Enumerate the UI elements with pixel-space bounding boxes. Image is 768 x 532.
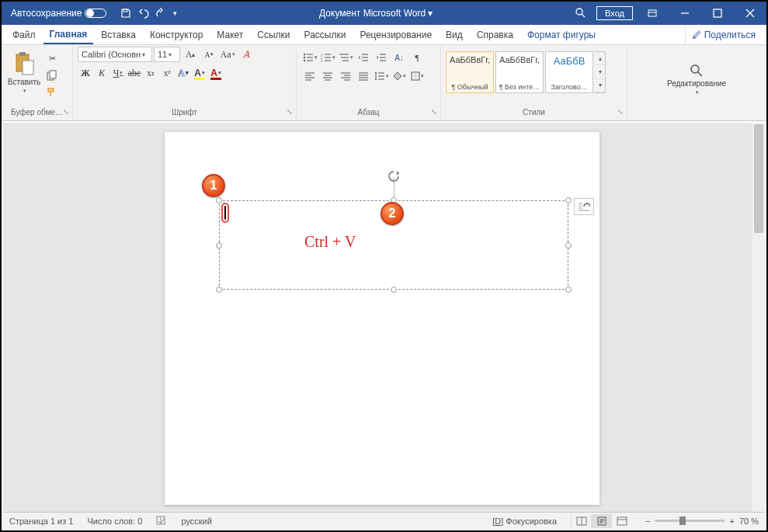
undo-icon[interactable] bbox=[137, 8, 150, 19]
zoom-slider[interactable] bbox=[655, 520, 725, 522]
text-effects-icon[interactable]: A▾ bbox=[175, 65, 191, 81]
zoom-value[interactable]: 70 % bbox=[739, 516, 759, 526]
rotation-handle-icon[interactable] bbox=[387, 170, 400, 183]
vertical-scrollbar[interactable] bbox=[752, 123, 765, 512]
web-layout-icon[interactable] bbox=[611, 514, 631, 528]
tab-references[interactable]: Ссылки bbox=[251, 26, 296, 43]
zoom-slider-thumb[interactable] bbox=[679, 516, 686, 525]
tab-layout[interactable]: Макет bbox=[210, 26, 249, 43]
resize-handle[interactable] bbox=[565, 287, 572, 293]
resize-handle[interactable] bbox=[216, 197, 222, 203]
language-indicator[interactable]: русский bbox=[181, 516, 211, 526]
close-icon[interactable] bbox=[734, 2, 766, 25]
style-no-spacing[interactable]: АаБбВвГг, ¶ Без инте… bbox=[495, 51, 544, 93]
resize-handle[interactable] bbox=[216, 242, 222, 249]
font-size-combo[interactable]: 11▾ bbox=[154, 47, 180, 62]
focus-mode[interactable]: [D] Фокусировка bbox=[492, 516, 557, 526]
autosave-toggle[interactable] bbox=[85, 9, 106, 18]
layout-options-icon[interactable] bbox=[574, 198, 594, 215]
annotation-marker-2: 2 bbox=[381, 202, 404, 225]
save-icon[interactable] bbox=[120, 8, 131, 19]
ribbon-display-icon[interactable] bbox=[636, 2, 669, 25]
styles-launcher-icon[interactable]: ⤡ bbox=[617, 108, 624, 116]
zoom-control: − + 70 % bbox=[645, 516, 759, 526]
tab-review[interactable]: Рецензирование bbox=[353, 26, 438, 43]
tab-help[interactable]: Справка bbox=[471, 26, 520, 43]
zoom-in-button[interactable]: + bbox=[729, 516, 734, 526]
svg-point-16 bbox=[691, 65, 699, 73]
copy-icon[interactable] bbox=[45, 68, 59, 82]
subscript-button[interactable]: x₂ bbox=[143, 65, 158, 81]
login-button[interactable]: Вход bbox=[596, 6, 633, 20]
style-normal-preview: АаБбВвГг, bbox=[450, 55, 490, 64]
change-case-icon[interactable]: Aa▾ bbox=[219, 47, 236, 62]
maximize-icon[interactable] bbox=[701, 2, 734, 25]
shading-icon[interactable]: ▾ bbox=[391, 68, 408, 84]
clear-format-icon[interactable]: A̷ bbox=[238, 47, 255, 62]
scrollbar-thumb[interactable] bbox=[754, 124, 763, 233]
zoom-out-button[interactable]: − bbox=[645, 516, 650, 526]
superscript-button[interactable]: x² bbox=[159, 65, 175, 81]
resize-handle[interactable] bbox=[391, 287, 397, 293]
spellcheck-icon[interactable] bbox=[156, 515, 167, 527]
clipboard-launcher-icon[interactable]: ⤡ bbox=[63, 108, 69, 116]
style-normal[interactable]: АаБбВвГг, ¶ Обычный bbox=[446, 51, 494, 93]
document-workspace[interactable]: Ctrl + V 1 2 bbox=[3, 123, 765, 512]
document-title[interactable]: Документ Microsoft Word ▾ bbox=[177, 8, 575, 19]
tab-mailings[interactable]: Рассылки bbox=[298, 26, 353, 43]
paste-button[interactable]: Вставить ▾ bbox=[6, 47, 42, 94]
numbering-icon[interactable]: 123▾ bbox=[319, 50, 336, 65]
cut-icon[interactable]: ✂ bbox=[45, 51, 59, 65]
resize-handle[interactable] bbox=[565, 197, 572, 203]
resize-handle[interactable] bbox=[565, 242, 572, 249]
highlight-icon[interactable]: A▾ bbox=[192, 65, 207, 81]
bullets-icon[interactable]: ▾ bbox=[301, 50, 318, 65]
align-left-icon[interactable] bbox=[301, 68, 318, 84]
strikethrough-button[interactable]: abc bbox=[127, 65, 142, 81]
read-mode-icon[interactable] bbox=[571, 514, 591, 528]
editing-button[interactable]: Редактирование ▾ bbox=[667, 59, 726, 96]
minimize-icon[interactable] bbox=[669, 2, 701, 25]
font-color-icon[interactable]: A▾ bbox=[208, 65, 224, 81]
status-bar: Страница 1 из 1 Число слов: 0 русский [D… bbox=[3, 512, 765, 529]
style-nospacing-preview: АаБбВвГг, bbox=[499, 55, 540, 64]
underline-button[interactable]: Ч▾ bbox=[110, 65, 126, 81]
shrink-font-icon[interactable]: A▾ bbox=[200, 47, 217, 62]
font-launcher-icon[interactable]: ⤡ bbox=[287, 108, 293, 116]
font-name-combo[interactable]: Calibri (Основн▾ bbox=[78, 47, 152, 62]
page-indicator[interactable]: Страница 1 из 1 bbox=[9, 516, 73, 526]
multilevel-icon[interactable]: ▾ bbox=[337, 50, 354, 65]
borders-icon[interactable]: ▾ bbox=[408, 68, 426, 84]
group-editing: Редактирование ▾ bbox=[627, 45, 766, 120]
tab-home[interactable]: Главная bbox=[43, 26, 94, 44]
group-styles-label: Стили bbox=[523, 108, 545, 116]
tab-file[interactable]: Файл bbox=[6, 26, 42, 43]
show-marks-icon[interactable]: ¶ bbox=[408, 50, 426, 65]
styles-gallery-more[interactable]: ▴▾▾ bbox=[595, 51, 606, 93]
sort-icon[interactable]: A↓ bbox=[391, 50, 408, 65]
align-center-icon[interactable] bbox=[319, 68, 336, 84]
style-heading1[interactable]: АаБбВ Заголово… bbox=[545, 51, 593, 93]
bold-button[interactable]: Ж bbox=[78, 65, 93, 81]
tab-view[interactable]: Вид bbox=[440, 26, 469, 43]
page[interactable]: Ctrl + V 1 2 bbox=[165, 132, 599, 505]
increase-indent-icon[interactable] bbox=[373, 50, 390, 65]
tab-design[interactable]: Конструктор bbox=[144, 26, 209, 43]
style-normal-name: ¶ Обычный bbox=[451, 83, 488, 91]
justify-icon[interactable] bbox=[355, 68, 372, 84]
paragraph-launcher-icon[interactable]: ⤡ bbox=[431, 108, 437, 116]
align-right-icon[interactable] bbox=[337, 68, 354, 84]
redo-icon[interactable] bbox=[156, 8, 167, 19]
share-button[interactable]: 🖉 Поделиться bbox=[685, 26, 762, 43]
tab-insert[interactable]: Вставка bbox=[95, 26, 142, 43]
search-icon[interactable] bbox=[575, 7, 586, 20]
tab-shape-format[interactable]: Формат фигуры bbox=[521, 26, 602, 43]
word-count[interactable]: Число слов: 0 bbox=[87, 516, 142, 526]
italic-button[interactable]: К bbox=[94, 65, 109, 81]
print-layout-icon[interactable] bbox=[591, 514, 611, 528]
decrease-indent-icon[interactable] bbox=[355, 50, 372, 65]
line-spacing-icon[interactable]: ▾ bbox=[373, 68, 390, 84]
resize-handle[interactable] bbox=[216, 287, 222, 293]
format-painter-icon[interactable] bbox=[45, 85, 59, 99]
grow-font-icon[interactable]: A▴ bbox=[182, 47, 199, 62]
